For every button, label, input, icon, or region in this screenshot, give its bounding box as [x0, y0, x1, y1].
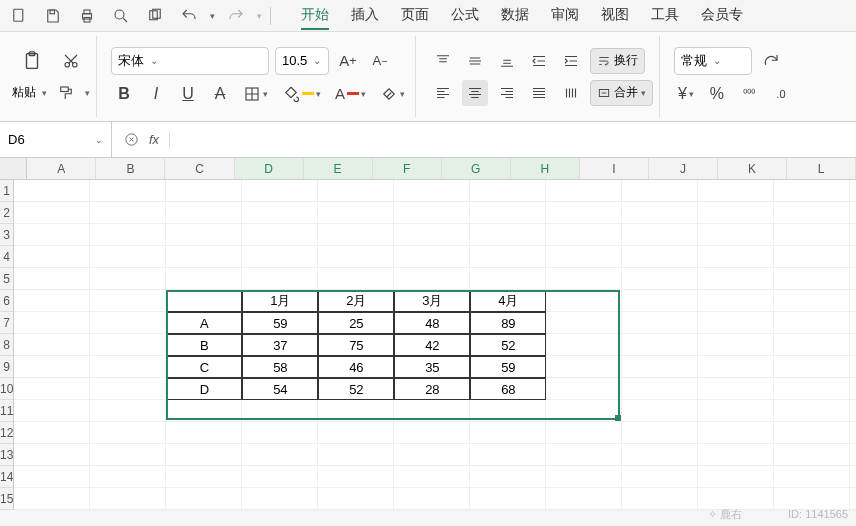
cell[interactable] [850, 268, 856, 290]
formula-input[interactable] [180, 132, 844, 147]
cell[interactable] [394, 488, 470, 510]
cell[interactable] [394, 268, 470, 290]
tab-2[interactable]: 页面 [401, 2, 429, 30]
cell[interactable] [14, 356, 90, 378]
cell[interactable] [318, 422, 394, 444]
tab-6[interactable]: 视图 [601, 2, 629, 30]
new-file-icon[interactable] [6, 3, 32, 29]
cell[interactable] [546, 290, 622, 312]
cell[interactable] [470, 246, 546, 268]
cell[interactable] [14, 334, 90, 356]
cell[interactable] [394, 466, 470, 488]
col-header-H[interactable]: H [511, 158, 580, 179]
col-header-A[interactable]: A [27, 158, 96, 179]
cell[interactable]: D [166, 378, 242, 400]
cell[interactable]: 37 [242, 334, 318, 356]
cell[interactable] [14, 488, 90, 510]
cell[interactable] [546, 356, 622, 378]
cell[interactable] [850, 444, 856, 466]
undo-icon[interactable] [176, 3, 202, 29]
tab-8[interactable]: 会员专 [701, 2, 743, 30]
cell[interactable] [546, 378, 622, 400]
cell[interactable] [774, 378, 850, 400]
orientation-icon[interactable] [558, 80, 584, 106]
cell[interactable] [774, 356, 850, 378]
increase-indent-icon[interactable] [558, 48, 584, 74]
col-header-D[interactable]: D [235, 158, 304, 179]
cell[interactable] [394, 202, 470, 224]
cell[interactable] [470, 422, 546, 444]
cell[interactable] [90, 356, 166, 378]
preview-icon[interactable] [108, 3, 134, 29]
cell[interactable] [242, 180, 318, 202]
cell[interactable] [470, 466, 546, 488]
cell[interactable]: 68 [470, 378, 546, 400]
refresh-icon[interactable] [758, 48, 784, 74]
cell[interactable] [698, 356, 774, 378]
cell[interactable] [622, 488, 698, 510]
col-header-K[interactable]: K [718, 158, 787, 179]
cell[interactable] [622, 400, 698, 422]
cell[interactable] [14, 400, 90, 422]
cell[interactable] [622, 422, 698, 444]
cell[interactable] [394, 180, 470, 202]
cell[interactable] [90, 268, 166, 290]
cell[interactable]: 25 [318, 312, 394, 334]
row-header-8[interactable]: 8 [0, 334, 13, 356]
cell[interactable] [622, 246, 698, 268]
cell[interactable] [546, 312, 622, 334]
cell[interactable] [14, 466, 90, 488]
cell[interactable] [318, 444, 394, 466]
row-header-5[interactable]: 5 [0, 268, 13, 290]
cell[interactable] [850, 356, 856, 378]
col-header-I[interactable]: I [580, 158, 649, 179]
cell[interactable] [546, 444, 622, 466]
cell[interactable] [850, 466, 856, 488]
cell[interactable] [90, 224, 166, 246]
cell[interactable] [242, 400, 318, 422]
cell[interactable] [166, 202, 242, 224]
cell[interactable] [546, 202, 622, 224]
cell[interactable] [90, 246, 166, 268]
cell[interactable] [318, 180, 394, 202]
row-header-11[interactable]: 11 [0, 400, 13, 422]
cell[interactable] [698, 400, 774, 422]
cell[interactable] [166, 268, 242, 290]
col-header-C[interactable]: C [165, 158, 234, 179]
cell[interactable] [242, 422, 318, 444]
cell[interactable] [774, 180, 850, 202]
cell[interactable] [166, 466, 242, 488]
cell[interactable] [90, 180, 166, 202]
clear-format-button[interactable]: ▾ [376, 81, 409, 107]
row-header-6[interactable]: 6 [0, 290, 13, 312]
cell[interactable] [546, 224, 622, 246]
cell[interactable] [90, 334, 166, 356]
cell[interactable] [14, 422, 90, 444]
row-header-10[interactable]: 10 [0, 378, 13, 400]
cell[interactable] [318, 246, 394, 268]
cell[interactable]: 46 [318, 356, 394, 378]
cell[interactable] [850, 290, 856, 312]
col-header-G[interactable]: G [442, 158, 511, 179]
paste-button[interactable] [12, 50, 52, 72]
cell[interactable] [774, 246, 850, 268]
cell[interactable] [242, 466, 318, 488]
cell[interactable] [318, 400, 394, 422]
cell[interactable] [850, 224, 856, 246]
cell[interactable] [90, 444, 166, 466]
cell[interactable] [774, 202, 850, 224]
cell[interactable] [698, 444, 774, 466]
wrap-text-button[interactable]: 换行 [590, 48, 645, 74]
row-header-9[interactable]: 9 [0, 356, 13, 378]
cell[interactable] [14, 202, 90, 224]
cell[interactable] [90, 202, 166, 224]
font-color-button[interactable]: A▾ [331, 81, 370, 107]
cell[interactable] [470, 180, 546, 202]
cell[interactable]: B [166, 334, 242, 356]
cell[interactable] [166, 400, 242, 422]
cell[interactable] [14, 180, 90, 202]
strike-button[interactable]: A [207, 81, 233, 107]
cell[interactable] [166, 488, 242, 510]
cell[interactable] [318, 268, 394, 290]
cell[interactable] [166, 290, 242, 312]
